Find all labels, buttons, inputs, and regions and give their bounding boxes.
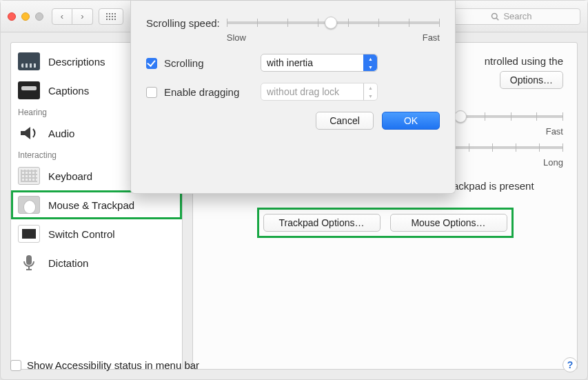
scrolling-speed-slider[interactable]: [227, 16, 440, 35]
enable-dragging-checkbox[interactable]: [146, 87, 157, 98]
sidebar-item-label: Audio: [48, 128, 74, 139]
select-stepper-icon: ▲▼: [363, 54, 377, 71]
audio-icon: [18, 124, 40, 142]
sidebar-item-label: Captions: [48, 85, 89, 97]
dragging-mode-select: without drag lock ▲▼: [261, 83, 378, 101]
svg-point-0: [492, 13, 498, 19]
dictation-icon: [18, 254, 40, 272]
sidebar-item-switch-control[interactable]: Switch Control: [11, 219, 182, 248]
question-icon: ?: [567, 359, 574, 370]
sidebar-item-label: Switch Control: [48, 228, 115, 240]
grid-icon: [106, 13, 116, 20]
scrolling-mode-select[interactable]: with inertia ▲▼: [261, 54, 378, 72]
keyboard-icon: [18, 167, 40, 185]
scrolling-speed-label: Scrolling speed:: [146, 17, 220, 29]
nav-buttons: ‹ ›: [52, 8, 93, 25]
scrolling-checkbox[interactable]: [146, 58, 157, 69]
select-stepper-icon: ▲▼: [363, 83, 377, 100]
chevron-left-icon: ‹: [61, 11, 63, 21]
mouse-options-button[interactable]: Mouse Options…: [390, 214, 507, 232]
help-button[interactable]: ?: [562, 357, 578, 372]
sidebar-item-mouse-trackpad[interactable]: Mouse & Trackpad: [11, 190, 182, 219]
search-icon: [491, 12, 499, 21]
sidebar-item-label: Keyboard: [48, 170, 92, 182]
chevron-right-icon: ›: [81, 11, 83, 21]
captions-icon: [18, 81, 40, 99]
forward-button[interactable]: ›: [72, 8, 93, 25]
search-placeholder: Search: [503, 11, 531, 21]
select-value: with inertia: [267, 57, 313, 68]
show-all-button[interactable]: [99, 8, 123, 25]
back-button[interactable]: ‹: [52, 8, 72, 25]
bottom-bar: Show Accessibility status in menu bar ?: [10, 357, 578, 372]
descriptions-icon: [18, 52, 40, 70]
switch-control-icon: [18, 225, 40, 243]
trackpad-options-sheet: Scrolling speed: Slow Fast Scrolling wit…: [130, 1, 456, 194]
mouse-keys-options-button[interactable]: Options…: [500, 71, 563, 89]
window-controls: [8, 12, 43, 21]
svg-line-1: [497, 18, 499, 20]
minimize-window-icon[interactable]: [21, 12, 30, 21]
enable-dragging-label: Enable dragging: [164, 86, 254, 98]
sidebar-item-label: Mouse & Trackpad: [48, 199, 134, 211]
accessibility-window: ‹ › Accessibility Search Descriptions: [0, 0, 588, 380]
scrolling-label: Scrolling: [164, 57, 254, 69]
mouse-trackpad-icon: [18, 196, 40, 214]
cancel-button[interactable]: Cancel: [316, 112, 374, 130]
zoom-window-icon: [35, 12, 43, 21]
sidebar-item-dictation[interactable]: Dictation: [11, 248, 182, 277]
search-field[interactable]: Search: [443, 8, 580, 25]
ok-button[interactable]: OK: [382, 112, 440, 130]
options-buttons-highlight: Trackpad Options… Mouse Options…: [259, 210, 511, 236]
sidebar-item-label: Dictation: [48, 257, 88, 269]
show-status-label: Show Accessibility status in menu bar: [27, 359, 199, 371]
select-value: without drag lock: [267, 86, 339, 97]
trackpad-options-button[interactable]: Trackpad Options…: [263, 214, 381, 232]
mouse-keys-text-fragment: ntrolled using the: [485, 55, 563, 67]
show-status-checkbox[interactable]: [10, 360, 21, 371]
svg-rect-2: [26, 255, 32, 265]
close-window-icon[interactable]: [8, 12, 16, 21]
sidebar-item-label: Descriptions: [48, 56, 105, 68]
